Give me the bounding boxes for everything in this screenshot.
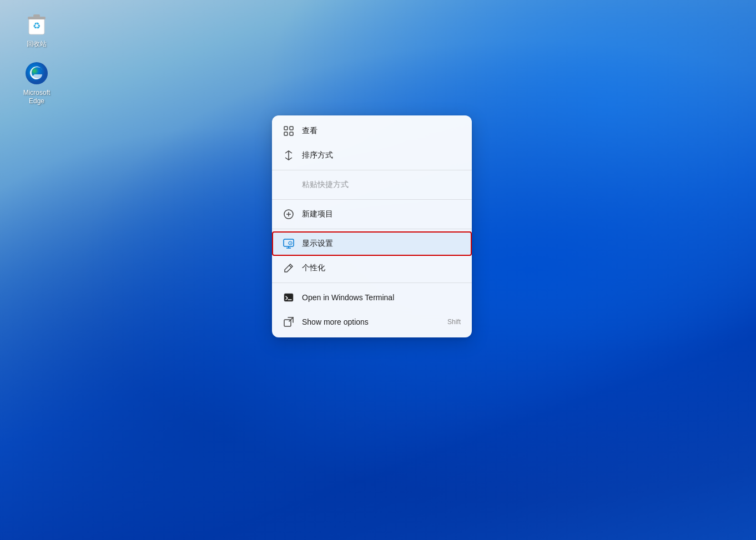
- pencil-icon: [283, 263, 294, 274]
- svg-text:♻: ♻: [33, 21, 41, 31]
- paste-shortcut-label: 粘贴快捷方式: [302, 180, 461, 190]
- display-icon: [283, 238, 294, 249]
- personalize-label: 个性化: [302, 263, 461, 273]
- menu-item-show-more[interactable]: Show more options Shift: [272, 310, 472, 334]
- display-settings-label: 显示设置: [302, 239, 461, 249]
- view-label: 查看: [302, 126, 461, 136]
- sort-label: 排序方式: [302, 150, 461, 160]
- edge-svg: [24, 61, 49, 85]
- svg-rect-5: [284, 127, 288, 130]
- terminal-label: Open in Windows Terminal: [302, 293, 461, 302]
- recycle-bin-icon[interactable]: ♻ 回收站: [17, 11, 57, 49]
- svg-rect-7: [284, 132, 288, 135]
- terminal-icon: [283, 292, 294, 303]
- show-more-shortcut: Shift: [447, 318, 461, 326]
- svg-point-17: [290, 243, 291, 244]
- context-menu: 查看 排序方式 粘贴快捷方式 新建项目: [272, 115, 472, 337]
- microsoft-edge-icon[interactable]: MicrosoftEdge: [17, 60, 57, 106]
- recycle-bin-svg: ♻: [24, 12, 49, 37]
- divider-1: [272, 170, 472, 170]
- svg-rect-8: [290, 132, 293, 135]
- menu-item-personalize[interactable]: 个性化: [272, 256, 472, 280]
- divider-3: [272, 229, 472, 229]
- grid-icon: [283, 125, 294, 137]
- divider-2: [272, 199, 472, 200]
- menu-item-new[interactable]: 新建项目: [272, 202, 472, 226]
- plus-circle-icon: [283, 209, 294, 220]
- desktop-icons-container: ♻ 回收站 MicrosoftEdge: [17, 11, 57, 106]
- svg-rect-6: [290, 127, 293, 130]
- external-icon: [283, 316, 294, 327]
- recycle-bin-label: 回收站: [27, 40, 47, 49]
- svg-line-18: [289, 265, 291, 268]
- show-more-label: Show more options: [302, 317, 440, 326]
- svg-rect-2: [33, 14, 40, 17]
- menu-item-sort[interactable]: 排序方式: [272, 143, 472, 168]
- menu-item-display-settings[interactable]: 显示设置: [272, 231, 472, 256]
- paste-shortcut-icon: [283, 179, 294, 190]
- svg-point-4: [26, 62, 48, 84]
- new-item-label: 新建项目: [302, 209, 461, 219]
- recycle-bin-image: ♻: [23, 11, 50, 38]
- edge-image: [23, 60, 50, 87]
- edge-label: MicrosoftEdge: [23, 89, 51, 106]
- menu-item-terminal[interactable]: Open in Windows Terminal: [272, 285, 472, 310]
- menu-item-view[interactable]: 查看: [272, 119, 472, 143]
- sort-icon: [283, 150, 294, 161]
- divider-4: [272, 282, 472, 283]
- svg-rect-19: [284, 294, 293, 301]
- menu-item-paste-shortcut[interactable]: 粘贴快捷方式: [272, 173, 472, 197]
